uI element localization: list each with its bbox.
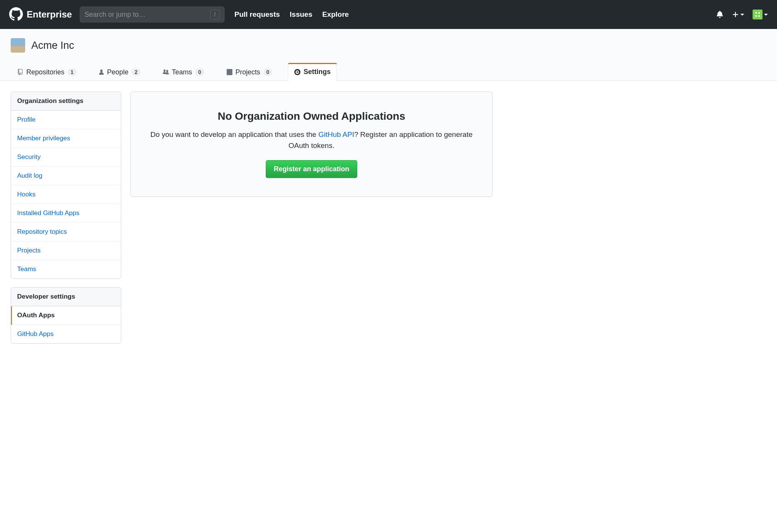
- tab-label: Repositories: [26, 68, 64, 76]
- tab-teams[interactable]: Teams 0: [156, 63, 211, 81]
- tab-label: Teams: [172, 68, 192, 76]
- menu-item-hooks[interactable]: Hooks: [11, 185, 121, 204]
- tab-count: 0: [263, 68, 273, 76]
- menu-item-profile[interactable]: Profile: [11, 111, 121, 129]
- top-nav: Pull requests Issues Explore: [234, 10, 349, 19]
- menu-org-settings: Organization settings Profile Member pri…: [11, 92, 121, 279]
- org-header: Acme Inc Repositories 1 People 2 Teams 0…: [0, 29, 777, 81]
- notifications-icon[interactable]: [716, 10, 724, 19]
- tab-count: 2: [132, 68, 141, 76]
- tab-count: 1: [67, 68, 77, 76]
- tab-label: Projects: [236, 68, 260, 76]
- register-application-button[interactable]: Register an application: [266, 160, 357, 178]
- sidebar: Organization settings Profile Member pri…: [11, 92, 121, 352]
- body-pre: Do you want to develop an application th…: [150, 130, 318, 138]
- topbar-right: [716, 10, 768, 19]
- person-icon: [99, 69, 104, 75]
- caret-down-icon: [764, 14, 768, 16]
- search-input[interactable]: [85, 11, 210, 19]
- topbar: Enterprise / Pull requests Issues Explor…: [0, 0, 777, 29]
- caret-down-icon: [740, 14, 744, 16]
- slash-key-icon: /: [210, 10, 219, 19]
- tab-settings[interactable]: Settings: [288, 63, 337, 81]
- github-logo-icon: [9, 7, 23, 22]
- menu-dev-settings: Developer settings OAuth Apps GitHub App…: [11, 287, 121, 344]
- menu-item-github-apps[interactable]: GitHub Apps: [11, 325, 121, 343]
- content-container: Organization settings Profile Member pri…: [0, 81, 503, 363]
- search-box[interactable]: /: [80, 6, 225, 23]
- github-api-link[interactable]: GitHub API: [318, 130, 354, 138]
- user-menu[interactable]: [753, 10, 768, 19]
- panel-body: Do you want to develop an application th…: [146, 129, 477, 151]
- menu-item-repository-topics[interactable]: Repository topics: [11, 223, 121, 241]
- tab-repositories[interactable]: Repositories 1: [11, 63, 83, 81]
- brand-block[interactable]: Enterprise: [9, 7, 72, 22]
- tab-people[interactable]: People 2: [92, 63, 147, 81]
- tab-label: People: [107, 68, 128, 76]
- org-avatar[interactable]: [11, 38, 25, 53]
- nav-pull-requests[interactable]: Pull requests: [234, 10, 280, 19]
- org-name[interactable]: Acme Inc: [31, 40, 74, 51]
- panel-heading: No Organization Owned Applications: [146, 110, 477, 122]
- menu-header: Developer settings: [11, 288, 121, 306]
- menu-item-oauth-apps[interactable]: OAuth Apps: [11, 306, 121, 325]
- menu-item-security[interactable]: Security: [11, 148, 121, 167]
- repo-icon: [17, 69, 23, 75]
- teams-icon: [163, 69, 169, 75]
- tab-projects[interactable]: Projects 0: [220, 63, 279, 81]
- tab-label: Settings: [303, 68, 331, 76]
- menu-item-teams[interactable]: Teams: [11, 260, 121, 278]
- menu-header: Organization settings: [11, 92, 121, 111]
- menu-item-member-privileges[interactable]: Member privileges: [11, 129, 121, 148]
- org-tabs: Repositories 1 People 2 Teams 0 Projects…: [0, 56, 777, 80]
- main-panel: No Organization Owned Applications Do yo…: [130, 92, 493, 352]
- brand-text: Enterprise: [27, 9, 72, 20]
- create-new-dropdown[interactable]: [732, 11, 744, 18]
- project-icon: [226, 69, 233, 75]
- empty-state-panel: No Organization Owned Applications Do yo…: [130, 92, 493, 197]
- nav-explore[interactable]: Explore: [322, 10, 349, 19]
- user-avatar-icon: [753, 10, 763, 19]
- nav-issues[interactable]: Issues: [290, 10, 312, 19]
- menu-item-projects[interactable]: Projects: [11, 241, 121, 260]
- menu-item-installed-github-apps[interactable]: Installed GitHub Apps: [11, 204, 121, 223]
- gear-icon: [294, 69, 300, 75]
- tab-count: 0: [195, 68, 204, 76]
- menu-item-audit-log[interactable]: Audit log: [11, 167, 121, 185]
- plus-icon: [732, 11, 739, 18]
